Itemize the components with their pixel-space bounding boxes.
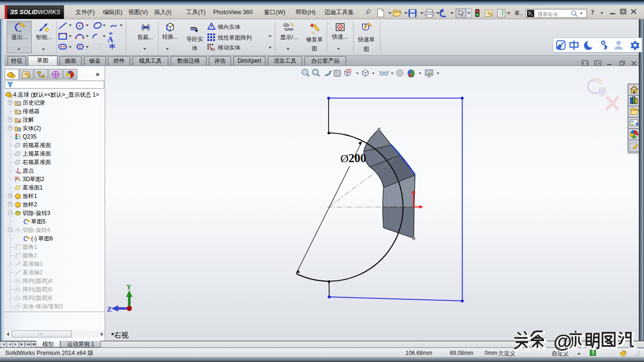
svg-text:Ø200: Ø200 xyxy=(340,152,366,165)
svg-text:Y: Y xyxy=(126,283,132,291)
svg-text:Z: Z xyxy=(107,305,112,313)
svg-text:@: @ xyxy=(553,331,572,352)
